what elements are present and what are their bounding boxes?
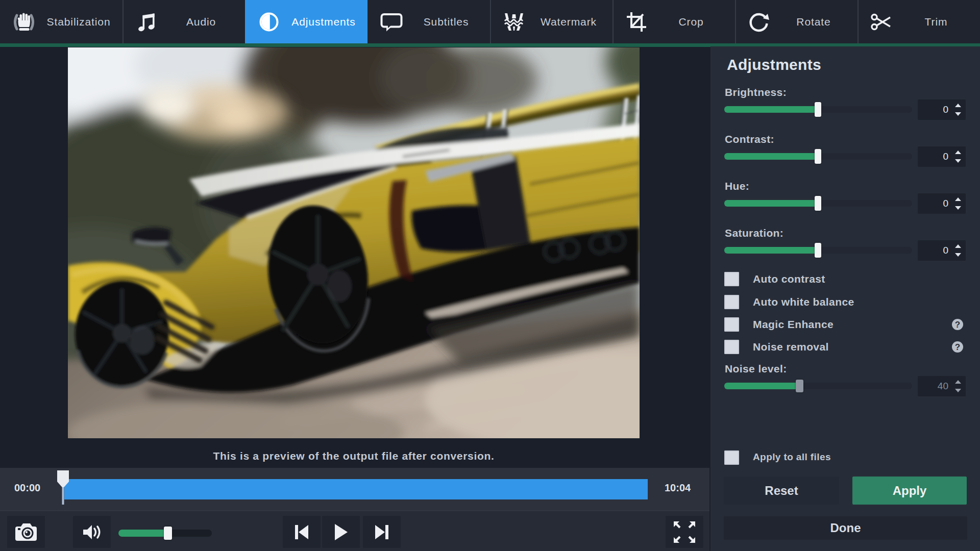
svg-text:?: ? (955, 320, 960, 330)
svg-text:?: ? (955, 342, 960, 352)
